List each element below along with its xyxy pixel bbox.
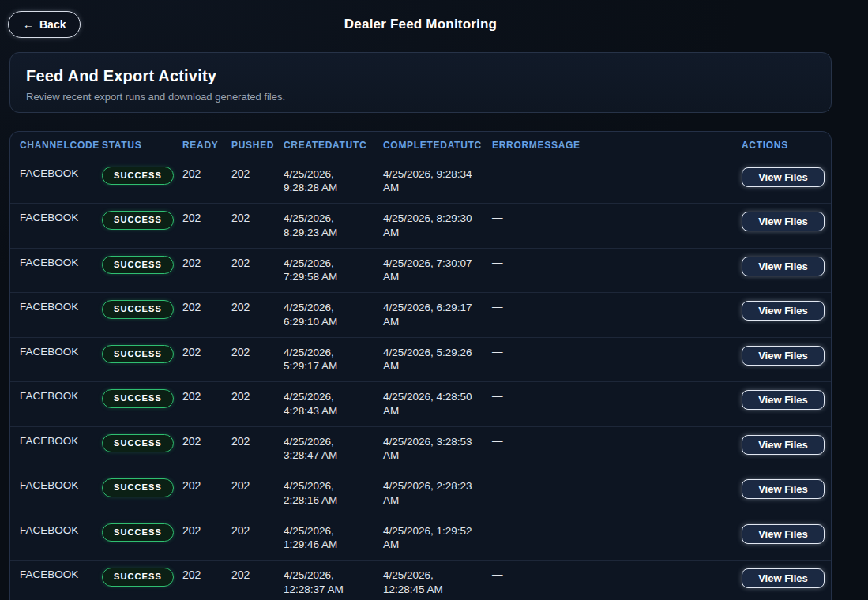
actions-cell: View Files [732,159,832,204]
column-header-ready: READY [173,132,222,159]
ready-cell: 202 [173,561,222,600]
pushed-cell: 202 [222,471,274,516]
column-header-actions: ACTIONS [732,132,832,159]
actions-cell: View Files [732,382,832,427]
table-row: FACEBOOK SUCCESS 202 202 4/25/2026, 4:28… [10,382,832,427]
actions-cell: View Files [732,561,832,600]
pushed-cell: 202 [222,516,274,561]
actions-cell: View Files [732,248,832,293]
column-header-completedatutc: COMPLETEDATUTC [374,132,483,159]
status-badge: SUCCESS [102,568,174,587]
view-files-button[interactable]: View Files [742,212,825,231]
completedatutc-cell: 4/25/2026, 2:28:23 AM [374,471,483,516]
status-cell: SUCCESS [92,516,173,561]
activity-card: Feed And Export Activity Review recent e… [9,52,832,113]
createdatutc-cell: 4/25/2026, 1:29:46 AM [274,516,374,561]
view-files-button[interactable]: View Files [742,390,825,410]
createdatutc-cell: 4/25/2026, 4:28:43 AM [274,382,374,427]
table-row: FACEBOOK SUCCESS 202 202 4/25/2026, 1:29… [10,516,832,561]
actions-cell: View Files [732,426,832,471]
pushed-cell: 202 [222,337,274,382]
table-row: FACEBOOK SUCCESS 202 202 4/25/2026, 7:29… [10,248,832,293]
pushed-cell: 202 [222,293,274,338]
completedatutc-cell: 4/25/2026, 9:28:34 AM [374,159,483,204]
ready-cell: 202 [173,471,222,516]
errormessage-cell: — [483,159,732,204]
pushed-cell: 202 [222,204,274,249]
view-files-button[interactable]: View Files [742,568,825,588]
errormessage-cell: — [483,337,732,382]
errormessage-cell: — [483,204,732,249]
ready-cell: 202 [173,516,222,561]
errormessage-cell: — [483,516,732,561]
view-files-button[interactable]: View Files [742,479,825,499]
errormessage-cell: — [483,561,732,600]
errormessage-cell: — [483,426,732,471]
channelcode-cell: FACEBOOK [10,426,92,471]
view-files-button[interactable]: View Files [742,301,825,321]
column-header-errormessage: ERRORMESSAGE [483,132,732,159]
completedatutc-cell: 4/25/2026, 5:29:26 AM [374,337,483,382]
status-badge: SUCCESS [102,345,174,364]
pushed-cell: 202 [222,426,274,471]
view-files-button[interactable]: View Files [742,435,825,455]
column-header-pushed: PUSHED [222,132,274,159]
channelcode-cell: FACEBOOK [10,471,92,516]
ready-cell: 202 [173,248,222,293]
status-cell: SUCCESS [92,159,173,204]
view-files-button[interactable]: View Files [742,346,825,366]
completedatutc-cell: 4/25/2026, 12:28:45 AM [374,561,483,600]
status-badge: SUCCESS [102,211,174,230]
ready-cell: 202 [173,293,222,338]
view-files-button[interactable]: View Files [742,167,825,187]
table-row: FACEBOOK SUCCESS 202 202 4/25/2026, 6:29… [10,293,832,338]
status-badge: SUCCESS [102,434,174,453]
status-badge: SUCCESS [102,478,174,497]
ready-cell: 202 [173,204,222,249]
createdatutc-cell: 4/25/2026, 2:28:16 AM [274,471,374,516]
status-cell: SUCCESS [92,426,173,471]
feed-activity-table-card: CHANNELCODE STATUS READY PUSHED CREATEDA… [9,131,832,600]
actions-cell: View Files [732,471,832,516]
completedatutc-cell: 4/25/2026, 7:30:07 AM [374,248,483,293]
table-header: CHANNELCODE STATUS READY PUSHED CREATEDA… [10,132,832,159]
actions-cell: View Files [732,337,832,382]
errormessage-cell: — [483,293,732,338]
status-badge: SUCCESS [102,300,174,319]
table-row: FACEBOOK SUCCESS 202 202 4/25/2026, 9:28… [10,159,832,204]
completedatutc-cell: 4/25/2026, 1:29:52 AM [374,516,483,561]
page-title: Dealer Feed Monitoring [9,17,832,32]
feed-activity-table: CHANNELCODE STATUS READY PUSHED CREATEDA… [10,132,832,600]
table-row: FACEBOOK SUCCESS 202 202 4/25/2026, 5:29… [10,337,832,382]
status-cell: SUCCESS [92,561,173,600]
status-cell: SUCCESS [92,382,173,427]
pushed-cell: 202 [222,382,274,427]
createdatutc-cell: 4/25/2026, 3:28:47 AM [274,426,374,471]
pushed-cell: 202 [222,159,274,204]
createdatutc-cell: 4/25/2026, 9:28:28 AM [274,159,374,204]
table-body: FACEBOOK SUCCESS 202 202 4/25/2026, 9:28… [10,159,832,600]
channelcode-cell: FACEBOOK [10,248,92,293]
view-files-button[interactable]: View Files [742,257,825,276]
completedatutc-cell: 4/25/2026, 8:29:30 AM [374,204,483,249]
pushed-cell: 202 [222,248,274,293]
errormessage-cell: — [483,248,732,293]
actions-cell: View Files [732,204,832,249]
createdatutc-cell: 4/25/2026, 7:29:58 AM [274,248,374,293]
completedatutc-cell: 4/25/2026, 6:29:17 AM [374,293,483,338]
channelcode-cell: FACEBOOK [10,561,92,600]
completedatutc-cell: 4/25/2026, 4:28:50 AM [374,382,483,427]
column-header-createdatutc: CREATEDATUTC [274,132,374,159]
ready-cell: 202 [173,426,222,471]
table-row: FACEBOOK SUCCESS 202 202 4/25/2026, 2:28… [10,471,832,516]
view-files-button[interactable]: View Files [742,524,825,544]
errormessage-cell: — [483,382,732,427]
top-bar: ← Back Dealer Feed Monitoring [9,0,832,51]
actions-cell: View Files [732,293,832,338]
errormessage-cell: — [483,471,732,516]
status-cell: SUCCESS [92,248,173,293]
status-badge: SUCCESS [102,523,174,542]
table-row: FACEBOOK SUCCESS 202 202 4/25/2026, 12:2… [10,561,832,600]
channelcode-cell: FACEBOOK [10,204,92,249]
activity-card-subtitle: Review recent export runs and download g… [26,91,815,103]
